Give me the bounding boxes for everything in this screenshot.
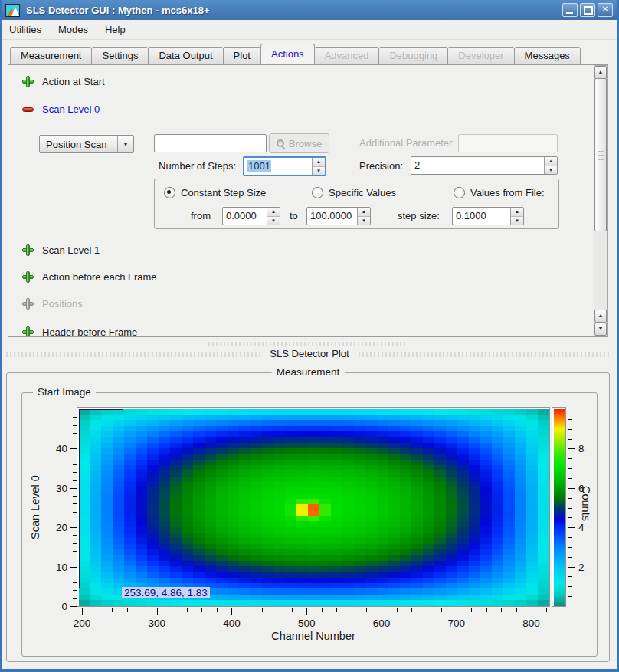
axis-tick [292,608,293,612]
menu-help[interactable]: Help [97,21,133,38]
radio-specific-values[interactable]: Specific Values [312,186,396,198]
splitter-handle-top[interactable] [208,342,408,346]
from-down-icon[interactable]: ▼ [267,217,280,225]
maximize-button[interactable] [580,3,595,17]
axis-tick [568,468,572,469]
axis-tick [441,608,442,612]
radio-icon[interactable] [454,187,465,198]
action-at-start-row[interactable]: Action at Start [22,74,105,89]
scrollbar-up-button-2[interactable]: ▲ [594,310,607,323]
axis-tick [73,480,77,481]
to-spinbox[interactable]: 100.0000 ▲▼ [306,207,371,225]
tab-developer: Developer [447,47,514,64]
y-tick-label: 0 [37,601,67,612]
tab-settings[interactable]: Settings [91,47,149,64]
precision-down-icon[interactable]: ▼ [545,166,557,175]
tab-measurement[interactable]: Measurement [10,47,92,64]
tab-plot[interactable]: Plot [223,47,261,64]
scan-mode-value: Position Scan [40,139,117,150]
steps-spinbox[interactable]: 1001 ▲▼ [243,156,326,176]
to-up-icon[interactable]: ▲ [358,208,370,217]
expand-plus-icon[interactable] [22,244,34,256]
action-before-frame-label: Action before each Frame [42,271,157,283]
axis-tick [427,608,427,612]
x-tick-label: 700 [447,618,465,629]
axis-tick [97,608,97,612]
action-before-frame-row[interactable]: Action before each Frame [22,269,157,284]
axis-tick [568,517,572,518]
radio-values-from-file[interactable]: Values from File: [454,186,545,198]
close-button[interactable]: ✕ [598,3,613,17]
colorbar-tick-label: 2 [578,561,585,572]
minimize-button[interactable] [562,3,578,17]
window-border-left [0,0,2,672]
steps-down-icon[interactable]: ▼ [313,167,325,175]
to-down-icon[interactable]: ▼ [358,217,370,225]
y-tick-label: 30 [37,482,67,493]
expand-plus-icon[interactable] [22,326,34,338]
browse-button[interactable]: Browse [269,133,329,153]
steps-up-icon[interactable]: ▲ [313,158,325,167]
menu-modes[interactable]: Modes [51,21,96,38]
axis-tick [73,441,77,441]
tab-data-output[interactable]: Data Output [148,47,223,64]
scrollbar-grip [598,150,604,160]
scrollbar-down-button[interactable]: ▼ [594,323,607,336]
expand-plus-icon[interactable] [22,76,34,87]
step-down-icon[interactable]: ▼ [511,217,523,225]
axis-tick [70,448,77,449]
x-tick-label: 500 [298,618,316,629]
axis-tick [70,606,77,607]
axis-tick [201,608,202,612]
header-before-frame-row[interactable]: Header before Frame [22,324,137,337]
scrollbar-thumb[interactable] [594,78,607,231]
from-spinbox[interactable]: 0.0000 ▲▼ [222,207,280,225]
tab-messages[interactable]: Messages [514,47,581,64]
splitter-label: SLS Detector Plot [260,348,358,359]
window-border-bottom [0,669,619,672]
axis-tick [322,608,323,612]
step-size-spinbox[interactable]: 0.1000 ▲▼ [452,207,524,225]
additional-parameter-input[interactable] [458,134,558,152]
title-bar[interactable]: SLS Detector GUI : Mythen - mcs6x18+ ✕ [0,0,619,20]
axis-tick [73,575,77,575]
tab-actions[interactable]: Actions [260,44,315,64]
axis-tick [306,608,307,615]
collapse-minus-icon[interactable] [22,103,34,115]
radio-constant-step[interactable]: Constant Step Size [164,186,266,198]
axis-tick [73,551,77,552]
axis-tick [568,478,572,479]
colorbar [554,409,565,606]
precision-spinbox[interactable]: 2 ▲▼ [411,156,558,175]
expand-plus-icon[interactable] [22,271,34,283]
radio-icon[interactable] [164,187,175,198]
scrollbar-up-button[interactable]: ▲ [594,66,607,79]
axis-tick [457,608,457,615]
axis-tick [73,496,77,497]
steps-value: 1001 [247,160,271,172]
axis-tick [568,419,572,420]
axis-tick [172,608,172,612]
scan-script-input[interactable] [154,134,267,152]
precision-up-icon[interactable]: ▲ [545,157,557,166]
scan-level-0-row[interactable]: Scan Level 0 [22,101,100,116]
step-size-label: step size: [398,210,440,221]
step-up-icon[interactable]: ▲ [511,208,523,217]
app-icon [5,4,20,17]
scan-level-0-label: Scan Level 0 [42,103,100,115]
scan-level-1-row[interactable]: Scan Level 1 [22,242,100,257]
axis-tick [277,608,277,612]
scan-mode-combobox[interactable]: Position Scan ▼ [39,135,134,153]
axis-tick [568,448,575,449]
axis-tick [73,433,77,434]
application-window: SLS Detector GUI : Mythen - mcs6x18+ ✕ U… [0,0,619,672]
heatmap-canvas[interactable] [79,409,549,606]
step-mode-groupbox: Constant Step Size Specific Values Value… [154,179,559,229]
axis-tick [486,608,487,612]
from-up-icon[interactable]: ▲ [267,208,280,217]
axis-tick [73,543,77,544]
start-image-group-title: Start Image [33,386,96,398]
axis-tick [73,457,77,457]
menu-utilities[interactable]: Utilities [2,21,49,38]
radio-icon[interactable] [312,187,323,198]
